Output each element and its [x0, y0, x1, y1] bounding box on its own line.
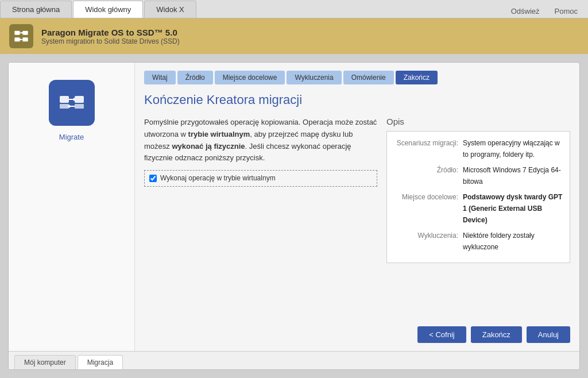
desc-value-destination: Podstawowy dysk twardy GPT 1 (Generic Ex…	[463, 191, 563, 226]
action-buttons: < Cofnij Zakończ Anuluj	[144, 321, 570, 343]
app-icon	[9, 24, 33, 48]
odswiez-button[interactable]: Odśwież	[506, 5, 544, 18]
desc-value-exclusions: Niektóre foldery zostały wykluczone	[463, 230, 563, 253]
desc-row-destination: Miejsce docelowe: Podstawowy dysk twardy…	[394, 191, 563, 226]
back-button[interactable]: < Cofnij	[417, 326, 466, 343]
virtual-mode-checkbox-container: Wykonaj operację w trybie wirtualnym	[144, 170, 377, 187]
header-text: Paragon Migrate OS to SSD™ 5.0 System mi…	[41, 28, 180, 45]
svg-rect-3	[22, 37, 28, 41]
description-title: Opis	[386, 117, 570, 126]
svg-rect-0	[14, 31, 20, 35]
desc-row-exclusions: Wykluczenia: Niektóre foldery zostały wy…	[394, 230, 563, 253]
nav-actions: Odśwież Pomoc	[506, 5, 588, 18]
wizard-steps: Witaj Źródło Miejsce docelowe Wykluczeni…	[144, 71, 570, 84]
app-title: Paragon Migrate OS to SSD™ 5.0	[41, 28, 180, 37]
pomoc-button[interactable]: Pomoc	[550, 5, 582, 18]
header-bar: Paragon Migrate OS to SSD™ 5.0 System mi…	[0, 18, 588, 54]
wizard-body: Pomyślnie przygotowałeś operację kopiowa…	[144, 117, 570, 311]
desc-row-source: Źródło: Microsoft Windows 7 Edycja 64-bi…	[394, 164, 563, 188]
step-wykluczenia[interactable]: Wykluczenia	[287, 71, 341, 84]
desc-label-destination: Miejsce docelowe:	[394, 191, 463, 226]
app-subtitle: System migration to Solid State Drives (…	[41, 37, 180, 45]
step-witaj[interactable]: Witaj	[144, 71, 176, 84]
step-zrodlo[interactable]: Źródło	[177, 71, 213, 84]
desc-label-scenario: Scenariusz migracji:	[394, 137, 463, 161]
finish-button[interactable]: Zakończ	[471, 326, 522, 343]
tab-moj-komputer[interactable]: Mój komputer	[14, 355, 76, 369]
left-sidebar: Migrate	[9, 63, 135, 351]
main-content: Migrate Witaj Źródło Miejsce docelowe Wy…	[0, 54, 588, 378]
desc-label-source: Źródło:	[394, 164, 463, 188]
wizard-title: Kończenie Kreatora migracji	[144, 92, 570, 107]
body-bold-2: wykonać ją fizycznie	[172, 142, 245, 151]
desc-value-scenario: System operacyjny włączając w to program…	[463, 137, 563, 161]
cancel-button[interactable]: Anuluj	[527, 326, 570, 343]
step-miejsce-docelowe[interactable]: Miejsce docelowe	[215, 71, 285, 84]
description-box: Scenariusz migracji: System operacyjny w…	[386, 131, 570, 263]
tab-strona-glowna[interactable]: Strona główna	[0, 1, 72, 18]
body-bold-1: trybie wirtualnym	[188, 130, 250, 138]
desc-value-source: Microsoft Windows 7 Edycja 64-bitowa	[463, 164, 563, 188]
virtual-mode-checkbox[interactable]	[149, 175, 157, 182]
right-panel: Witaj Źródło Miejsce docelowe Wykluczeni…	[135, 63, 579, 351]
svg-rect-11	[75, 104, 84, 109]
nav-tabs-left: Strona główna Widok główny Widok X	[0, 1, 506, 18]
virtual-mode-label: Wykonaj operację w trybie wirtualnym	[160, 173, 276, 184]
tab-widok-glowny[interactable]: Widok główny	[73, 1, 143, 18]
bottom-tabs: Mój komputer Migracja	[9, 351, 579, 369]
sidebar-icon-container	[49, 80, 95, 126]
tab-widok-x[interactable]: Widok X	[144, 1, 196, 18]
step-omowienie[interactable]: Omówienie	[343, 71, 394, 84]
wizard-right-description: Opis Scenariusz migracji: System operacy…	[386, 117, 570, 311]
inner-layout: Migrate Witaj Źródło Miejsce docelowe Wy…	[9, 63, 579, 351]
desc-row-scenario: Scenariusz migracji: System operacyjny w…	[394, 137, 563, 161]
wizard-left-text: Pomyślnie przygotowałeś operację kopiowa…	[144, 117, 377, 311]
svg-rect-8	[60, 96, 69, 103]
content-wrapper: Migrate Witaj Źródło Miejsce docelowe Wy…	[8, 62, 580, 370]
desc-label-exclusions: Wykluczenia:	[394, 230, 463, 253]
migrate-icon	[58, 89, 86, 117]
step-zakoncz[interactable]: Zakończ	[396, 71, 438, 84]
wizard-body-paragraph: Pomyślnie przygotowałeś operację kopiowa…	[144, 117, 377, 164]
tab-migracja[interactable]: Migracja	[78, 355, 123, 369]
sidebar-migrate-label: Migrate	[59, 133, 84, 141]
top-navigation: Strona główna Widok główny Widok X Odświ…	[0, 0, 588, 18]
